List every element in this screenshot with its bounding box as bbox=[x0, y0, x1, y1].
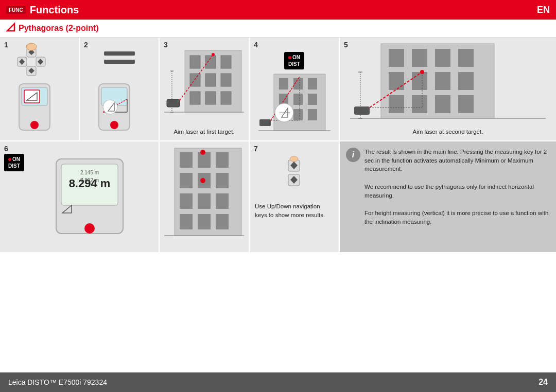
svg-rect-75 bbox=[435, 95, 450, 113]
svg-point-92 bbox=[84, 223, 95, 234]
svg-text:7.892 m: 7.892 m bbox=[80, 177, 98, 183]
footer-brand: Leica DISTO™ E7500i 792324 bbox=[8, 378, 107, 386]
header-left: FUNC Functions bbox=[6, 4, 79, 16]
on-dot-6 bbox=[8, 158, 11, 161]
step-3-image bbox=[164, 42, 245, 126]
svg-point-26 bbox=[103, 100, 117, 114]
cell-step-3: 3 bbox=[160, 38, 250, 140]
info-content: The result is shown in the main line. Pr… bbox=[364, 148, 550, 226]
cell-step-6: 6 ON DIST 8. bbox=[0, 141, 160, 252]
footer: Leica DISTO™ E7500i 792324 24 bbox=[0, 372, 556, 392]
svg-rect-73 bbox=[389, 95, 404, 113]
svg-rect-31 bbox=[205, 56, 216, 68]
on-label: ON bbox=[288, 54, 300, 61]
svg-rect-72 bbox=[458, 72, 474, 90]
svg-rect-40 bbox=[167, 99, 180, 107]
on-dot bbox=[288, 56, 291, 59]
info-icon: i bbox=[346, 148, 360, 162]
step-7-building bbox=[164, 146, 245, 248]
svg-point-85 bbox=[420, 70, 424, 74]
svg-rect-100 bbox=[180, 193, 193, 209]
svg-rect-32 bbox=[221, 56, 231, 68]
pythagoras-icon bbox=[6, 23, 15, 34]
cell-step-2: 2 bbox=[80, 38, 160, 140]
row1: 1 bbox=[0, 38, 556, 141]
step-3-label: Aim laser at first target. bbox=[173, 128, 234, 136]
svg-point-28 bbox=[110, 121, 118, 129]
svg-rect-102 bbox=[216, 193, 229, 209]
dist-text: DIST bbox=[288, 61, 300, 67]
svg-rect-65 bbox=[389, 49, 404, 67]
step-7-label: Use Up/Down navigation keys to show more… bbox=[255, 202, 334, 219]
header-title: Functions bbox=[30, 4, 79, 16]
cell-step-5: 5 bbox=[340, 38, 556, 140]
on-dist-button-6: ON DIST bbox=[4, 154, 24, 171]
on-dist-button: ON DIST bbox=[284, 52, 304, 69]
subtitle-text: Pythagoras (2-point) bbox=[19, 24, 99, 33]
svg-rect-97 bbox=[180, 173, 193, 188]
svg-rect-103 bbox=[180, 214, 193, 229]
svg-rect-99 bbox=[216, 173, 229, 188]
svg-rect-51 bbox=[293, 94, 303, 105]
step-5-label: Aim laser at second target. bbox=[413, 128, 483, 136]
func-badge: FUNC bbox=[6, 6, 26, 14]
step-4-image bbox=[254, 74, 335, 136]
on-text-6: ON bbox=[12, 156, 20, 163]
svg-rect-69 bbox=[389, 72, 404, 90]
svg-point-107 bbox=[200, 150, 205, 155]
svg-rect-36 bbox=[190, 92, 200, 104]
svg-rect-95 bbox=[198, 152, 211, 168]
svg-rect-78 bbox=[354, 106, 370, 115]
svg-point-18 bbox=[30, 121, 39, 129]
svg-rect-104 bbox=[198, 214, 211, 229]
svg-rect-74 bbox=[412, 95, 427, 113]
subtitle-bar: Pythagoras (2-point) bbox=[0, 20, 556, 38]
svg-rect-57 bbox=[259, 119, 271, 126]
svg-rect-96 bbox=[216, 152, 229, 168]
svg-point-13 bbox=[26, 43, 37, 50]
svg-rect-47 bbox=[279, 78, 288, 90]
dist-text-6: DIST bbox=[8, 163, 20, 169]
content: 1 bbox=[0, 38, 556, 253]
svg-rect-67 bbox=[435, 49, 450, 67]
svg-rect-76 bbox=[458, 95, 474, 113]
svg-rect-70 bbox=[412, 72, 427, 90]
info-para2: We recommend to use the pythagoras only … bbox=[364, 183, 550, 200]
cell-step-7-image bbox=[160, 141, 250, 252]
cell-step-4: 4 ON DIST bbox=[250, 38, 340, 140]
svg-rect-35 bbox=[221, 74, 231, 86]
svg-rect-20 bbox=[104, 60, 135, 64]
svg-rect-52 bbox=[308, 94, 317, 105]
step-7-number: 7 bbox=[254, 145, 258, 153]
svg-rect-19 bbox=[104, 51, 135, 56]
svg-rect-37 bbox=[205, 92, 216, 104]
cell-info: i The result is shown in the main line. … bbox=[340, 141, 556, 252]
header: FUNC Functions EN bbox=[0, 0, 556, 20]
svg-marker-0 bbox=[7, 24, 14, 31]
svg-rect-49 bbox=[308, 78, 317, 90]
svg-rect-101 bbox=[198, 193, 211, 209]
svg-rect-71 bbox=[435, 72, 450, 90]
step-5-image bbox=[344, 42, 552, 126]
step-2-image bbox=[84, 42, 154, 136]
svg-rect-94 bbox=[180, 152, 193, 168]
info-para1: The result is shown in the main line. Pr… bbox=[364, 148, 550, 173]
footer-page: 24 bbox=[538, 378, 548, 387]
svg-rect-38 bbox=[221, 92, 231, 104]
info-para3: For height measuring (vertical) it is mo… bbox=[364, 209, 550, 226]
svg-rect-66 bbox=[412, 49, 427, 67]
cell-step-1: 1 bbox=[0, 38, 80, 140]
step-1-image bbox=[4, 42, 75, 136]
step-6-number: 6 bbox=[4, 145, 8, 153]
header-lang: EN bbox=[537, 5, 550, 15]
cell-step-7-text: 7 Use Up/Down navigation keys to show mo… bbox=[250, 141, 340, 252]
step-7-nav bbox=[255, 159, 334, 200]
step-4-number: 4 bbox=[254, 41, 258, 49]
svg-rect-55 bbox=[308, 109, 317, 120]
svg-rect-54 bbox=[293, 109, 303, 120]
on-text: ON bbox=[292, 54, 300, 61]
svg-rect-34 bbox=[205, 74, 216, 86]
row2: 6 ON DIST 8. bbox=[0, 141, 556, 253]
svg-point-42 bbox=[212, 53, 215, 56]
svg-rect-30 bbox=[190, 56, 200, 68]
